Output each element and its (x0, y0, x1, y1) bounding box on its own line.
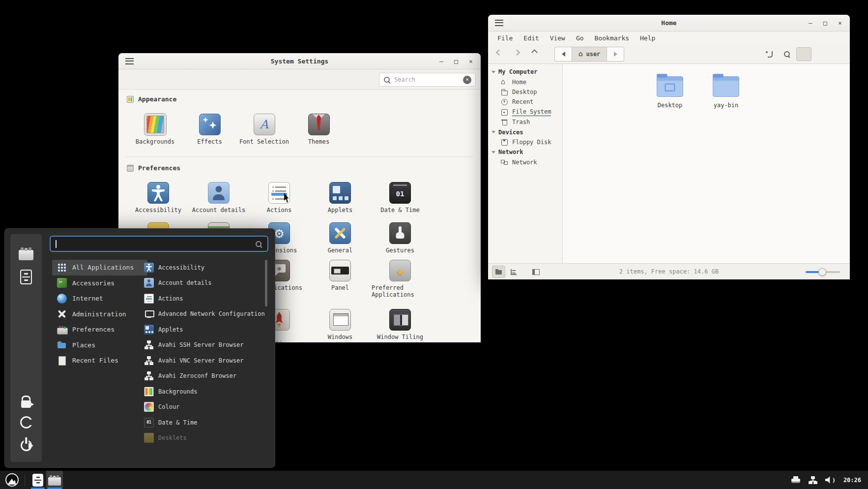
settings-category-item[interactable]: Themes (291, 114, 346, 145)
menu-category-item[interactable]: Administration (52, 306, 147, 322)
window-control-button[interactable]: □ (452, 58, 460, 65)
settings-category-item[interactable]: Applets (312, 182, 369, 214)
settings-category-item[interactable]: Effects (182, 114, 237, 145)
menubar-item[interactable]: Help (635, 31, 661, 44)
zoom-slider[interactable] (806, 271, 840, 273)
settings-category-item[interactable]: Gestures (372, 222, 429, 254)
session-button-icon[interactable] (20, 416, 32, 428)
menu-button[interactable] (5, 473, 19, 487)
menu-category-item[interactable]: All Applications (52, 260, 147, 275)
sidebar-item[interactable]: Network (488, 157, 562, 167)
forward-button[interactable] (515, 49, 519, 56)
file-item[interactable]: yay-bin (704, 74, 748, 109)
files-window-title: Home (488, 19, 850, 27)
menu-app-item[interactable]: Date & Time (144, 415, 265, 430)
menu-app-item[interactable]: Avahi Zeroconf Browser (144, 368, 265, 384)
menu-category-item[interactable]: Places (52, 337, 147, 353)
window-control-button[interactable]: – (437, 58, 445, 65)
sidebar-item[interactable]: Trash (488, 117, 562, 127)
settings-category-item[interactable]: Backgrounds (128, 114, 182, 145)
settings-category-item[interactable]: Preferred Applications (372, 260, 429, 298)
clock[interactable]: 20:26 (843, 477, 861, 484)
app-icon (144, 433, 154, 443)
menu-app-item[interactable]: Actions (144, 291, 265, 306)
breadcrumb-right-icon[interactable] (607, 47, 624, 61)
menubar-item[interactable]: View (545, 31, 571, 44)
menu-app-item[interactable]: Avahi SSH Server Browser (144, 337, 265, 353)
up-button[interactable] (532, 49, 537, 56)
toggle-location-entry-button[interactable] (762, 47, 777, 61)
menu-category-item[interactable]: Recent Files (52, 353, 147, 368)
settings-category-item[interactable]: Windows (312, 309, 369, 340)
favorite-app-icon[interactable] (20, 270, 32, 284)
menu-app-item[interactable]: Applets (144, 322, 265, 337)
settings-category-item[interactable]: Window Tiling (372, 309, 429, 340)
sidebar-item[interactable]: Desktop (488, 87, 562, 97)
menu-app-item[interactable]: Avahi VNC Server Browser (144, 353, 265, 368)
menu-category-item[interactable]: Preferences (52, 322, 147, 337)
hamburger-menu-icon[interactable] (125, 58, 134, 64)
tray-icon[interactable] (825, 476, 835, 485)
sidebar-item[interactable]: Devices (488, 127, 562, 137)
menubar-item[interactable]: Bookmarks (589, 31, 635, 44)
back-button[interactable] (497, 49, 501, 56)
settings-category-item[interactable]: Actions (251, 182, 308, 214)
sidebar-item[interactable]: Floppy Disk (488, 137, 562, 147)
sidebar-item-label: Trash (512, 119, 530, 125)
window-control-button[interactable]: × (836, 19, 844, 27)
appearance-icon (127, 96, 134, 103)
category-icon (199, 114, 221, 135)
menu-app-item[interactable]: Advanced Network Configuration (144, 306, 265, 322)
breadcrumb-left-icon[interactable] (555, 47, 572, 61)
window-control-button[interactable]: □ (821, 19, 829, 27)
sidebar-item[interactable]: Recent (488, 97, 562, 107)
breadcrumb-segment-user[interactable]: ⌂ user (572, 47, 607, 61)
settings-search-input[interactable]: Search × (379, 73, 476, 87)
menu-app-item[interactable]: Accessibility (144, 260, 265, 275)
menu-scrollbar[interactable] (265, 260, 267, 306)
compact-view-button[interactable] (831, 47, 846, 61)
favorite-app-icon[interactable] (19, 250, 33, 260)
window-control-button[interactable]: – (807, 19, 814, 27)
category-icon (329, 309, 351, 331)
icon-view-button[interactable] (796, 47, 811, 61)
menu-app-item[interactable]: Backgrounds (144, 384, 265, 399)
tray-icon[interactable] (808, 476, 818, 485)
menubar-item[interactable]: Edit (518, 31, 544, 44)
sidebar-item-label: Home (512, 79, 526, 86)
session-button-icon[interactable] (21, 400, 31, 408)
taskbar-app-button[interactable] (29, 471, 46, 489)
menu-app-item[interactable]: Desklets (144, 430, 265, 446)
hamburger-menu-icon[interactable] (495, 20, 503, 26)
settings-category-item[interactable]: General (312, 222, 369, 254)
files-content-area[interactable]: Desktop yay-bin (563, 64, 850, 263)
settings-titlebar[interactable]: System Settings –□× (118, 53, 481, 69)
files-titlebar[interactable]: Home –□× (488, 15, 850, 31)
tray-icon[interactable] (791, 476, 801, 485)
menubar-item[interactable]: Go (571, 31, 589, 44)
zoom-slider-knob[interactable] (818, 268, 826, 276)
list-view-button[interactable] (813, 47, 829, 61)
sidebar-item[interactable]: My Computer (488, 67, 562, 77)
clear-search-icon[interactable]: × (463, 76, 471, 84)
settings-category-item[interactable]: Font Selection (237, 114, 291, 145)
session-button-icon[interactable] (21, 440, 32, 451)
category-label: Window Tiling (377, 334, 423, 340)
settings-category-item[interactable]: Account details (190, 182, 247, 214)
sidebar-item[interactable]: Network (488, 147, 562, 157)
settings-category-item[interactable]: Accessibility (130, 182, 187, 214)
window-control-button[interactable]: × (467, 58, 475, 65)
menubar-item[interactable]: File (492, 31, 518, 44)
menu-search-input[interactable] (50, 236, 268, 252)
file-item[interactable]: Desktop (648, 74, 692, 109)
sidebar-item[interactable]: Home (488, 77, 562, 87)
settings-category-item[interactable]: Panel (312, 260, 369, 291)
taskbar-app-button[interactable] (46, 471, 63, 489)
menu-app-item[interactable]: Colour (144, 399, 265, 415)
menu-category-item[interactable]: Internet (52, 291, 147, 306)
menu-app-item[interactable]: Account details (144, 275, 265, 291)
sidebar-item[interactable]: File System (488, 107, 562, 117)
menu-category-item[interactable]: Accessories (52, 275, 147, 291)
search-button[interactable] (779, 47, 794, 61)
settings-category-item[interactable]: Date & Time (372, 182, 429, 214)
